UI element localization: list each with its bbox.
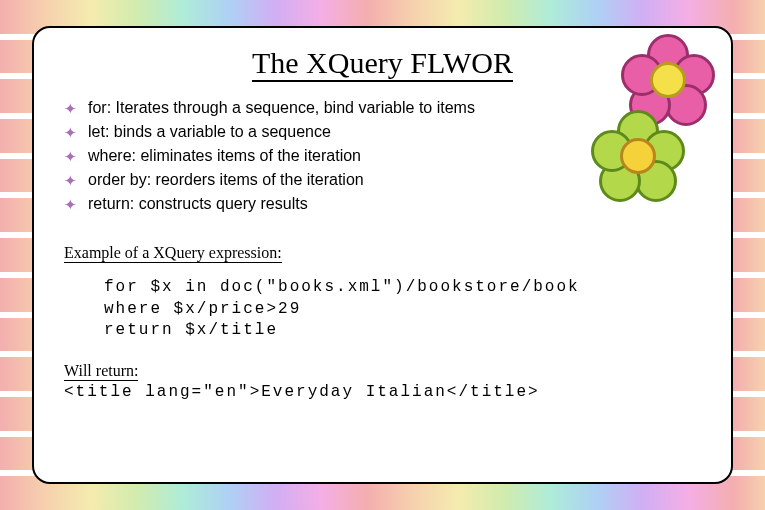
bullet-text: order by: reorders items of the iteratio…: [88, 171, 364, 188]
bullet-star-icon: ✦: [64, 146, 77, 169]
list-item: ✦let: binds a variable to a sequence: [64, 120, 701, 144]
bullet-list: ✦for: Iterates through a sequence, bind …: [64, 96, 701, 216]
bullet-text: let: binds a variable to a sequence: [88, 123, 331, 140]
bullet-star-icon: ✦: [64, 122, 77, 145]
slide-title: The XQuery FLWOR: [252, 46, 513, 82]
result-heading: Will return:: [64, 362, 138, 381]
example-heading: Example of a XQuery expression:: [64, 244, 282, 263]
list-item: ✦where: eliminates items of the iteratio…: [64, 144, 701, 168]
code-example: for $x in doc("books.xml")/bookstore/boo…: [104, 277, 701, 342]
bullet-text: return: constructs query results: [88, 195, 308, 212]
bullet-text: where: eliminates items of the iteration: [88, 147, 361, 164]
bullet-text: for: Iterates through a sequence, bind v…: [88, 99, 475, 116]
list-item: ✦return: constructs query results: [64, 192, 701, 216]
code-result: <title lang="en">Everyday Italian</title…: [64, 383, 701, 401]
content-card: The XQuery FLWOR ✦for: Iterates through …: [32, 26, 733, 484]
list-item: ✦for: Iterates through a sequence, bind …: [64, 96, 701, 120]
bullet-star-icon: ✦: [64, 194, 77, 217]
bullet-star-icon: ✦: [64, 170, 77, 193]
list-item: ✦order by: reorders items of the iterati…: [64, 168, 701, 192]
bullet-star-icon: ✦: [64, 98, 77, 121]
